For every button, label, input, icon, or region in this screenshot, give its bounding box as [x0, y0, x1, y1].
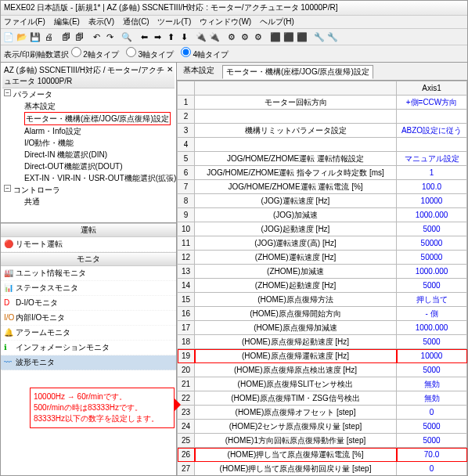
param-row[interactable]: 14(ZHOME)起動速度 [Hz]5000 — [178, 279, 467, 293]
menu-edit[interactable]: 編集(E) — [54, 17, 80, 26]
param-row[interactable]: 26(HOME)押し当て原点復帰運転電流 [%]70.0 — [178, 448, 467, 462]
tree-motor-selected[interactable]: モーター・機構(座標/JOG/原点復帰)設定 — [24, 112, 171, 125]
toolbar-button[interactable]: ⬛ — [269, 31, 282, 43]
param-row[interactable]: 25(HOME)1方向回転原点復帰動作量 [step]5000 — [178, 434, 467, 448]
row-value[interactable]: - 側 — [397, 307, 467, 321]
param-row[interactable]: 10(JOG)起動速度 [Hz]5000 — [178, 222, 467, 236]
item-unit[interactable]: 🏭ユニット情報モニタ — [1, 266, 176, 281]
param-row[interactable]: 12(ZHOME)運転速度 [Hz]50000 — [178, 251, 467, 265]
row-value[interactable]: 50000 — [397, 236, 467, 251]
row-value[interactable]: +側=CCW方向 — [397, 96, 467, 110]
param-row[interactable]: 8(JOG)運転速度 [Hz]10000 — [178, 194, 467, 208]
param-row[interactable]: 3機構リミットパラメータ設定ABZO設定に従う — [178, 124, 467, 138]
toolbar-button[interactable]: 🔧 — [313, 31, 326, 43]
item-wave[interactable]: 〰波形モニタ — [1, 355, 176, 370]
param-row[interactable]: 2 — [178, 110, 467, 124]
tree-ctrl[interactable]: コントローラ — [13, 186, 60, 194]
row-value[interactable]: 1000.000 — [397, 208, 467, 222]
row-value[interactable]: 100.0 — [397, 180, 467, 194]
param-row[interactable]: 18(HOME)原点復帰起動速度 [Hz]5000 — [178, 335, 467, 349]
menu-view[interactable]: 表示(V) — [88, 17, 114, 26]
row-value[interactable]: 70.0 — [397, 448, 467, 462]
toolbar-button[interactable]: ➡ — [151, 31, 164, 43]
param-row[interactable]: 21(HOME)原点復帰SLITセンサ検出無効 — [178, 377, 467, 391]
tree-din[interactable]: Direct-IN 機能選択(DIN) — [24, 150, 107, 159]
param-row[interactable]: 11(JOG)運転速度(高) [Hz]50000 — [178, 236, 467, 251]
toolbar-button[interactable]: 🗐 — [73, 31, 85, 43]
param-row[interactable]: 27(HOME)押し当て原点復帰初回戻り量 [step]0 — [178, 462, 467, 476]
menu-window[interactable]: ウィンドウ(W) — [200, 17, 251, 26]
item-remote[interactable]: 🔴リモート運転 — [1, 237, 176, 252]
param-row[interactable]: 6JOG/HOME/ZHOME運転 指令フィルタ時定数 [ms]1 — [178, 166, 467, 180]
row-value[interactable] — [397, 138, 467, 152]
toolbar-button[interactable]: ⬛ — [283, 31, 295, 43]
row-value[interactable] — [397, 110, 467, 124]
toolbar-button[interactable]: 🔌 — [208, 31, 221, 43]
row-value[interactable]: 5000 — [397, 279, 467, 293]
toolbar-button[interactable]: ⚙ — [239, 31, 251, 43]
radio-2axis[interactable]: 2軸タイプ — [71, 50, 119, 59]
param-row[interactable]: 23(HOME)原点復帰オフセット [step]0 — [178, 406, 467, 420]
tree-ext[interactable]: EXT-IN・VIR-IN・USR-OUT機能選択(拡張) — [24, 174, 176, 182]
row-value[interactable]: 5000 — [397, 420, 467, 434]
tree-param[interactable]: パラメータ — [13, 90, 52, 99]
row-value[interactable]: 無効 — [397, 391, 467, 406]
toolbar-button[interactable]: ⚙ — [252, 31, 265, 43]
toolbar-button[interactable]: ⬆ — [164, 31, 177, 43]
item-info[interactable]: ℹインフォメーションモニタ — [1, 341, 176, 355]
param-row[interactable]: 20(HOME)原点復帰原点検出速度 [Hz]5000 — [178, 363, 467, 377]
toolbar-button[interactable]: ↶ — [90, 31, 103, 43]
param-row[interactable]: 1モーター回転方向+側=CCW方向 — [178, 96, 467, 110]
row-value[interactable]: 10000 — [397, 349, 467, 363]
tab-kihon[interactable]: 基本設定 — [180, 64, 218, 78]
param-row[interactable]: 22(HOME)原点復帰TIM・ZSG信号検出無効 — [178, 391, 467, 406]
row-value[interactable]: 0 — [397, 406, 467, 420]
toolbar-button[interactable]: 🖨 — [42, 31, 55, 43]
row-value[interactable]: 5000 — [397, 222, 467, 236]
row-value[interactable]: 1000.000 — [397, 265, 467, 279]
param-row[interactable]: 9(JOG)加減速1000.000 — [178, 208, 467, 222]
tree-io[interactable]: I/O動作・機能 — [24, 139, 74, 147]
close-icon[interactable]: ✕ — [167, 65, 173, 87]
row-value[interactable]: 無効 — [397, 377, 467, 391]
menu-comm[interactable]: 通信(C) — [123, 17, 149, 26]
param-row[interactable]: 24(HOME)2センサ原点復帰戻り量 [step]5000 — [178, 420, 467, 434]
item-dio[interactable]: DD-I/Oモニタ — [1, 296, 176, 311]
param-row[interactable]: 17(HOME)原点復帰加減速1000.000 — [178, 321, 467, 335]
toolbar-button[interactable]: 📂 — [16, 31, 28, 43]
toolbar-button[interactable]: 🔍 — [121, 31, 133, 43]
row-value[interactable]: 押し当て — [397, 293, 467, 307]
param-row[interactable]: 19(HOME)原点復帰運転速度 [Hz]10000 — [178, 349, 467, 363]
toolbar-button[interactable]: 💾 — [29, 31, 41, 43]
toolbar-button[interactable]: ⬇ — [178, 31, 190, 43]
toolbar-button[interactable]: 📄 — [2, 31, 15, 43]
row-value[interactable]: 0 — [397, 462, 467, 476]
item-status[interactable]: 📊ステータスモニタ — [1, 281, 176, 296]
row-value[interactable]: 50000 — [397, 251, 467, 265]
row-value[interactable]: ABZO設定に従う — [397, 124, 467, 138]
row-value[interactable]: 5000 — [397, 335, 467, 349]
param-row[interactable]: 15(HOME)原点復帰方法押し当て — [178, 293, 467, 307]
toolbar-button[interactable]: ↷ — [103, 31, 116, 43]
row-value[interactable]: 1 — [397, 166, 467, 180]
tree-alarm[interactable]: Alarm・Info設定 — [24, 127, 81, 135]
tab-motor[interactable]: モーター・機構(座標/JOG/原点復帰)設定 — [222, 65, 373, 79]
radio-4axis[interactable]: 4軸タイプ — [181, 50, 229, 59]
param-row[interactable]: 5JOG/HOME/ZHOME運転 運転情報設定マニュアル設定 — [178, 152, 467, 166]
row-value[interactable]: 10000 — [397, 194, 467, 208]
toolbar-button[interactable]: ⬛ — [296, 31, 308, 43]
toolbar-button[interactable]: ⚙ — [225, 31, 238, 43]
menu-file[interactable]: ファイル(F) — [4, 17, 45, 26]
menu-help[interactable]: ヘルプ(H) — [260, 17, 294, 26]
toolbar-button[interactable]: ⬅ — [138, 31, 150, 43]
row-value[interactable]: 1000.000 — [397, 321, 467, 335]
item-alarm[interactable]: 🔔アラームモニタ — [1, 326, 176, 341]
param-row[interactable]: 13(ZHOME)加減速1000.000 — [178, 265, 467, 279]
tree-kihon[interactable]: 基本設定 — [24, 102, 56, 110]
toggle-icon[interactable]: − — [4, 89, 11, 96]
radio-3axis[interactable]: 3軸タイプ — [126, 50, 174, 59]
toolbar-button[interactable]: 🔌 — [195, 31, 207, 43]
param-row[interactable]: 4 — [178, 138, 467, 152]
row-value[interactable]: 5000 — [397, 363, 467, 377]
param-row[interactable]: 7JOG/HOME/ZHOME運転 運転電流 [%]100.0 — [178, 180, 467, 194]
